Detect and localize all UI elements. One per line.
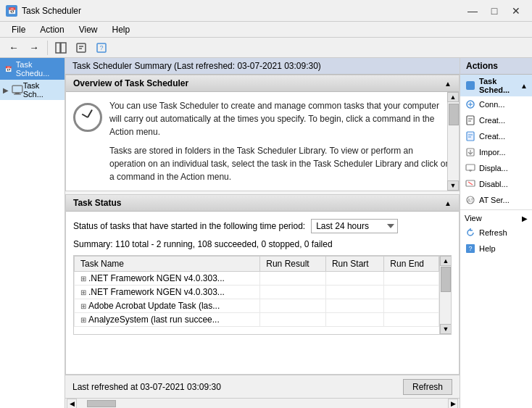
action-item-at-ser[interactable]: AT AT Ser... [460,192,532,208]
overview-text-1: You can use Task Scheduler to create and… [109,99,452,138]
action-item-task-sched[interactable]: Task Sched... ▲ [460,75,532,96]
show-hide-console-tree-button[interactable] [51,40,70,56]
help-toolbar-button[interactable]: ? [92,40,111,56]
action-item-conn[interactable]: Conn... [460,96,532,112]
table-scrollbar[interactable]: ▲ ▼ [439,256,451,334]
col-task-name: Task Name [75,257,260,272]
last-refreshed-text: Last refreshed at 03-07-2021 03:09:30 [72,382,221,392]
expand-icon: ⊞ [80,302,86,310]
task-status-header[interactable]: Task Status ▲ [66,195,459,212]
action-item-impor[interactable]: Impor... [460,144,532,160]
run-end-cell [384,272,439,286]
tree-arrow-icon: ▶ [3,86,12,94]
action-label-displa: Displa... [479,164,508,172]
overview-content: You can use Task Scheduler to create and… [66,92,459,191]
task-table: Task Name Run Result Run Start Run End ⊞… [74,256,439,327]
expand-icon: ⊞ [80,316,86,324]
window-title: Task Scheduler [22,6,81,16]
window-controls: — □ ✕ [462,4,526,18]
forward-button[interactable]: → [25,40,43,56]
table-row[interactable]: ⊞Adobe Acrobat Update Task (las... [75,299,439,313]
action-label-view: View [465,214,519,222]
scroll-right-arrow[interactable]: ▶ [448,399,458,409]
run-result-cell [260,299,326,313]
minimize-button[interactable]: — [462,4,483,18]
run-end-cell [384,313,439,327]
disabl-icon [465,178,476,190]
scroll-thumb [449,104,459,125]
overview-scrollbar[interactable]: ▲ ▼ [447,92,459,191]
action-label-impor: Impor... [479,148,506,157]
action-label-creat1: Creat... [479,116,505,125]
svg-text:AT: AT [467,198,474,203]
action-item-creat1[interactable]: Creat... [460,112,532,128]
action-label-conn: Conn... [479,100,504,109]
action-item-displa[interactable]: Displa... [460,160,532,176]
run-start-cell [325,299,383,313]
task-name-cell: ⊞.NET Framework NGEN v4.0.303... [75,286,260,299]
app-icon: 📅 [6,5,17,17]
tree-header-label: Task Schedu... [16,60,60,78]
action-item-view[interactable]: View ▶ [460,212,532,225]
properties-button[interactable] [72,40,91,56]
overview-collapse-icon: ▲ [444,80,452,88]
run-result-cell [260,272,326,286]
table-row[interactable]: ⊞.NET Framework NGEN v4.0.303... [75,286,439,299]
task-name-cell: ⊞Adobe Acrobat Update Task (las... [75,299,260,313]
menu-file[interactable]: File [6,23,31,36]
action-expand-arrow: ▲ [520,82,528,90]
back-button[interactable]: ← [4,40,23,56]
actions-header: Actions [460,58,532,75]
overview-section-header[interactable]: Overview of Task Scheduler ▲ [66,75,459,92]
horizontal-scrollbar[interactable]: ◀ ▶ [65,398,460,408]
scroll-down-arrow[interactable]: ▼ [447,180,459,191]
close-button[interactable]: ✕ [506,4,526,18]
task-sched-icon [465,80,476,91]
at-ser-icon: AT [465,194,476,206]
expand-icon: ⊞ [80,288,86,296]
tree-item-task-scheduler[interactable]: ▶ Task Sch... [0,80,65,100]
clock-icon [73,103,102,132]
action-item-creat2[interactable]: Creat... [460,128,532,144]
overview-text-2: Tasks are stored in folders in the Task … [109,144,452,183]
refresh-icon [465,227,476,238]
scroll-left-arrow[interactable]: ◀ [67,399,77,409]
action-label-help: Help [479,244,496,253]
svg-rect-9 [12,86,22,93]
menu-help[interactable]: Help [107,23,136,36]
col-run-result: Run Result [260,257,326,272]
maximize-button[interactable]: □ [484,4,504,18]
conn-icon [465,99,476,110]
menu-action[interactable]: Action [34,23,70,36]
svg-rect-2 [77,43,86,52]
svg-text:📅: 📅 [5,65,12,72]
table-row[interactable]: ⊞AnalyzeSystem (last run succee... [75,313,439,327]
refresh-button[interactable]: Refresh [403,379,452,395]
table-scroll-up[interactable]: ▲ [440,256,452,266]
action-item-disabl[interactable]: Disabl... [460,176,532,192]
action-item-help[interactable]: ? Help [460,241,532,257]
svg-text:?: ? [99,44,103,51]
period-select[interactable]: Last 24 hours Last hour Last 7 days Last… [311,219,398,233]
expand-icon: ⊞ [80,275,86,283]
computer-icon [12,85,23,95]
run-start-cell [325,313,383,327]
tree-header: 📅 Task Schedu... [0,58,65,80]
run-end-cell [384,286,439,299]
action-item-refresh[interactable]: Refresh [460,225,532,241]
svg-rect-1 [61,43,66,53]
displa-icon [465,162,476,174]
svg-rect-0 [56,43,60,53]
task-name-cell: ⊞.NET Framework NGEN v4.0.303... [75,272,260,286]
task-status-section: Task Status ▲ Status of tasks that have … [65,194,460,375]
table-row[interactable]: ⊞.NET Framework NGEN v4.0.303... [75,272,439,286]
task-status-content: Status of tasks that have started in the… [66,212,459,342]
help-icon: ? [465,243,476,254]
run-result-cell [260,313,326,327]
menu-view[interactable]: View [73,23,104,36]
table-scroll-down[interactable]: ▼ [440,324,452,334]
right-panel: Actions Task Sched... ▲ Conn... Creat...… [460,58,532,408]
task-status-title: Task Status [73,198,121,208]
scroll-up-arrow[interactable]: ▲ [447,92,459,102]
run-end-cell [384,299,439,313]
